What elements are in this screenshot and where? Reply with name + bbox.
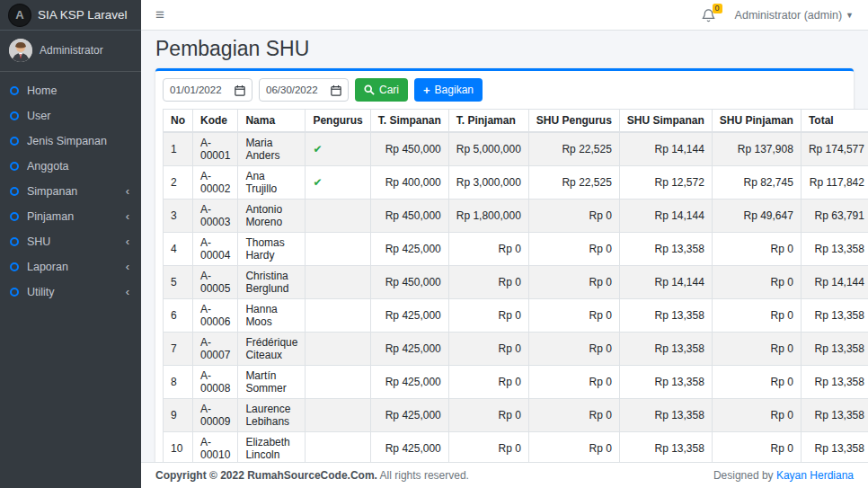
cell-shu-pengurus: Rp 0 [528,266,619,299]
sidebar-item-label: Simpanan [27,185,77,198]
brand-link[interactable]: A SIA KSP Laravel [0,0,141,31]
brand-text: SIA KSP Laravel [38,8,128,22]
cell-pengurus [306,399,370,432]
sidebar-toggle-icon[interactable]: ≡ [155,7,164,22]
cell-shu-simpanan: Rp 13,358 [619,233,712,266]
cell-kode: A-00004 [193,233,238,266]
table-row: 3 A-00003 Antonio Moreno Rp 450,000 Rp 1… [164,200,868,233]
circle-icon [10,162,19,171]
cell-pengurus [306,333,370,366]
cell-shu-pinjaman: Rp 0 [712,266,801,299]
chevron-left-icon: ‹ [126,262,131,271]
chevron-left-icon: ‹ [126,288,131,297]
navbar-right: 0 Administrator (admin) ▼ [702,8,854,22]
table-row: 1 A-00001 Maria Anders ✔ Rp 450,000 Rp 5… [164,132,868,166]
cell-shu-pinjaman: Rp 49,647 [712,200,801,233]
cell-shu-simpanan: Rp 14,144 [619,132,712,166]
shu-table: No Kode Nama Pengurus T. Simpanan T. Pin… [163,109,868,462]
circle-icon [10,137,19,146]
cell-kode: A-00003 [193,200,238,233]
cell-t-pinjaman: Rp 5,000,000 [448,132,528,166]
cell-total: Rp 63,791 [801,200,868,233]
cell-pengurus [306,432,370,463]
sidebar-item[interactable]: Pinjaman ‹ [0,204,141,229]
cell-shu-simpanan: Rp 13,358 [619,366,712,399]
cell-shu-simpanan: Rp 13,358 [619,432,712,463]
cell-kode: A-00005 [193,266,238,299]
notifications-button[interactable]: 0 [702,8,715,22]
notification-badge: 0 [713,4,722,13]
header-nama: Nama [238,110,306,133]
sidebar-item[interactable]: Simpanan ‹ [0,179,141,204]
cell-shu-pengurus: Rp 0 [528,299,619,333]
footer: Copyright © 2022 RumahSourceCode.Com. Al… [141,462,868,488]
cell-shu-pengurus: Rp 0 [528,366,619,399]
cell-t-simpanan: Rp 400,000 [370,166,448,200]
date-from-input[interactable]: 01/01/2022 [163,78,252,102]
cell-t-simpanan: Rp 450,000 [370,132,448,166]
chevron-left-icon: ‹ [126,237,131,246]
table-row: 2 A-00002 Ana Trujillo ✔ Rp 400,000 Rp 3… [164,166,868,200]
user-panel[interactable]: Administrator [0,31,141,72]
cell-nama: Martín Sommer [238,366,306,399]
top-navbar: ≡ 0 Administrator (admin) ▼ [141,0,868,31]
cell-t-pinjaman: Rp 0 [448,366,528,399]
cell-pengurus [306,233,370,266]
cell-t-pinjaman: Rp 0 [448,266,528,299]
cell-shu-pinjaman: Rp 0 [712,233,801,266]
user-dropdown[interactable]: Administrator (admin) ▼ [735,9,854,22]
cell-shu-pinjaman: Rp 0 [712,333,801,366]
sidebar-item[interactable]: Home [0,78,141,103]
copyright-text: Copyright © 2022 RumahSourceCode.Com. Al… [155,469,469,482]
cell-t-pinjaman: Rp 0 [448,399,528,432]
circle-icon [10,212,19,221]
caret-down-icon: ▼ [846,11,854,20]
cell-pengurus: ✔ [306,166,370,200]
cell-t-simpanan: Rp 450,000 [370,266,448,299]
cell-nama: Thomas Hardy [238,233,306,266]
date-to-input[interactable]: 06/30/2022 [259,78,349,102]
cell-no: 3 [164,200,193,233]
circle-icon [10,237,19,246]
sidebar-item[interactable]: Anggota [0,154,141,179]
cell-nama: Hanna Moos [238,299,306,333]
search-button[interactable]: Cari [355,78,408,102]
cell-shu-pinjaman: Rp 0 [712,299,801,333]
sidebar: A SIA KSP Laravel Administrator H [0,0,141,488]
cell-total: Rp 14,144 [801,266,868,299]
cell-shu-simpanan: Rp 14,144 [619,266,712,299]
cell-total: Rp 117,842 [801,166,868,200]
share-button[interactable]: + Bagikan [414,78,483,102]
cell-shu-pinjaman: Rp 137,908 [712,132,801,166]
cell-pengurus [306,299,370,333]
sidebar-item[interactable]: Laporan ‹ [0,254,141,279]
header-t-simpanan: T. Simpanan [370,110,448,133]
cell-total: Rp 13,358 [801,432,868,463]
cell-nama: Christina Berglund [238,266,306,299]
cell-nama: Frédérique Citeaux [238,333,306,366]
cell-no: 9 [164,399,193,432]
brand-logo-icon: A [9,4,31,26]
table-row: 9 A-00009 Laurence Lebihans Rp 425,000 R… [164,399,868,432]
cell-shu-pinjaman: Rp 82,745 [712,166,801,200]
copyright-bold: Copyright © 2022 RumahSourceCode.Com. [155,469,377,482]
cell-total: Rp 13,358 [801,366,868,399]
sidebar-item-label: Anggota [27,160,69,173]
sidebar-item[interactable]: Jenis Simpanan [0,129,141,154]
header-total: Total [801,110,868,133]
cell-kode: A-00002 [193,166,238,200]
table-row: 4 A-00004 Thomas Hardy Rp 425,000 Rp 0 R… [164,233,868,266]
plus-icon: + [423,84,430,96]
circle-icon [10,187,19,196]
header-shu-simpanan: SHU Simpanan [619,110,712,133]
sidebar-item[interactable]: SHU ‹ [0,229,141,254]
designer-link[interactable]: Kayan Herdiana [776,469,854,482]
sidebar-item[interactable]: Utility ‹ [0,279,141,305]
cell-t-pinjaman: Rp 0 [448,299,528,333]
sidebar-item[interactable]: User [0,103,141,129]
app-window: A SIA KSP Laravel Administrator H [0,0,868,488]
cell-pengurus [306,200,370,233]
cell-t-simpanan: Rp 425,000 [370,366,448,399]
cell-kode: A-00009 [193,399,238,432]
circle-icon [10,86,19,95]
